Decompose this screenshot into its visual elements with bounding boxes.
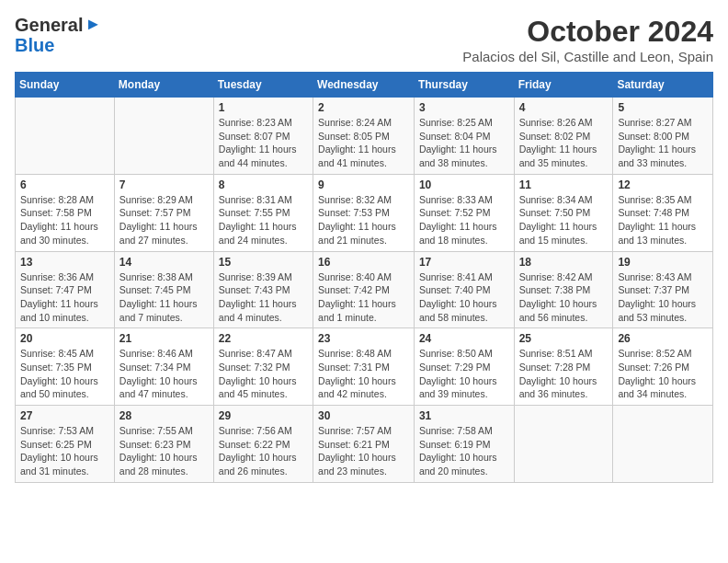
title-area: October 2024 Palacios del Sil, Castille … [462, 15, 713, 64]
day-info: Sunrise: 8:39 AM Sunset: 7:43 PM Dayligh… [219, 270, 308, 325]
calendar-cell: 18Sunrise: 8:42 AM Sunset: 7:38 PM Dayli… [514, 251, 613, 328]
page-header: General ► Blue October 2024 Palacios del… [15, 15, 713, 64]
calendar-cell: 25Sunrise: 8:51 AM Sunset: 7:28 PM Dayli… [514, 328, 613, 406]
calendar-cell: 8Sunrise: 8:31 AM Sunset: 7:55 PM Daylig… [213, 174, 313, 251]
calendar-cell: 10Sunrise: 8:33 AM Sunset: 7:52 PM Dayli… [414, 174, 514, 251]
calendar-week-row: 1Sunrise: 8:23 AM Sunset: 8:07 PM Daylig… [16, 98, 713, 175]
day-info: Sunrise: 8:48 AM Sunset: 7:31 PM Dayligh… [318, 347, 409, 401]
calendar-cell: 30Sunrise: 7:57 AM Sunset: 6:21 PM Dayli… [313, 406, 415, 483]
logo-general: General [15, 15, 83, 35]
day-info: Sunrise: 8:25 AM Sunset: 8:04 PM Dayligh… [419, 116, 509, 170]
day-info: Sunrise: 8:46 AM Sunset: 7:34 PM Dayligh… [119, 347, 209, 401]
calendar-cell: 6Sunrise: 8:28 AM Sunset: 7:58 PM Daylig… [16, 174, 115, 251]
calendar-cell: 19Sunrise: 8:43 AM Sunset: 7:37 PM Dayli… [613, 251, 713, 328]
day-number: 8 [219, 178, 308, 191]
day-info: Sunrise: 8:38 AM Sunset: 7:45 PM Dayligh… [119, 270, 209, 325]
day-number: 10 [419, 178, 509, 191]
calendar-cell: 14Sunrise: 8:38 AM Sunset: 7:45 PM Dayli… [114, 251, 213, 328]
day-number: 17 [419, 256, 509, 269]
day-info: Sunrise: 7:55 AM Sunset: 6:23 PM Dayligh… [119, 424, 209, 478]
day-info: Sunrise: 8:32 AM Sunset: 7:53 PM Dayligh… [318, 193, 409, 247]
day-number: 28 [119, 409, 209, 422]
day-number: 7 [119, 178, 209, 191]
day-info: Sunrise: 7:53 AM Sunset: 6:25 PM Dayligh… [20, 424, 109, 478]
col-header-tuesday: Tuesday [213, 73, 313, 98]
day-number: 5 [618, 101, 708, 114]
calendar-cell [16, 98, 115, 175]
calendar-cell: 16Sunrise: 8:40 AM Sunset: 7:42 PM Dayli… [313, 251, 415, 328]
calendar-week-row: 20Sunrise: 8:45 AM Sunset: 7:35 PM Dayli… [16, 328, 713, 406]
day-number: 21 [119, 332, 209, 345]
day-number: 18 [519, 256, 609, 269]
day-info: Sunrise: 8:27 AM Sunset: 8:00 PM Dayligh… [618, 116, 708, 170]
day-info: Sunrise: 8:28 AM Sunset: 7:58 PM Dayligh… [20, 193, 109, 247]
day-info: Sunrise: 8:51 AM Sunset: 7:28 PM Dayligh… [519, 347, 609, 401]
calendar-cell: 28Sunrise: 7:55 AM Sunset: 6:23 PM Dayli… [114, 406, 213, 483]
calendar-header-row: SundayMondayTuesdayWednesdayThursdayFrid… [16, 73, 713, 98]
day-number: 31 [419, 409, 509, 422]
day-info: Sunrise: 8:23 AM Sunset: 8:07 PM Dayligh… [219, 116, 308, 170]
day-info: Sunrise: 7:58 AM Sunset: 6:19 PM Dayligh… [419, 424, 509, 478]
day-info: Sunrise: 7:56 AM Sunset: 6:22 PM Dayligh… [219, 424, 308, 478]
calendar-cell: 24Sunrise: 8:50 AM Sunset: 7:29 PM Dayli… [414, 328, 514, 406]
calendar-cell: 20Sunrise: 8:45 AM Sunset: 7:35 PM Dayli… [16, 328, 115, 406]
calendar-cell: 4Sunrise: 8:26 AM Sunset: 8:02 PM Daylig… [514, 98, 613, 175]
day-info: Sunrise: 8:29 AM Sunset: 7:57 PM Dayligh… [119, 193, 209, 247]
day-number: 12 [618, 178, 708, 191]
day-info: Sunrise: 8:34 AM Sunset: 7:50 PM Dayligh… [519, 193, 609, 247]
calendar-cell: 1Sunrise: 8:23 AM Sunset: 8:07 PM Daylig… [213, 98, 313, 175]
day-info: Sunrise: 8:33 AM Sunset: 7:52 PM Dayligh… [419, 193, 509, 247]
day-info: Sunrise: 8:40 AM Sunset: 7:42 PM Dayligh… [318, 270, 409, 325]
calendar-cell: 13Sunrise: 8:36 AM Sunset: 7:47 PM Dayli… [16, 251, 115, 328]
calendar-cell: 27Sunrise: 7:53 AM Sunset: 6:25 PM Dayli… [16, 406, 115, 483]
day-number: 29 [219, 409, 308, 422]
day-number: 1 [219, 101, 308, 114]
col-header-wednesday: Wednesday [313, 73, 415, 98]
day-number: 22 [219, 332, 308, 345]
day-info: Sunrise: 7:57 AM Sunset: 6:21 PM Dayligh… [318, 424, 409, 478]
calendar-cell: 23Sunrise: 8:48 AM Sunset: 7:31 PM Dayli… [313, 328, 415, 406]
col-header-sunday: Sunday [16, 73, 115, 98]
day-info: Sunrise: 8:42 AM Sunset: 7:38 PM Dayligh… [519, 270, 609, 325]
day-number: 20 [20, 332, 109, 345]
day-number: 3 [419, 101, 509, 114]
day-number: 30 [318, 409, 409, 422]
day-number: 27 [20, 409, 109, 422]
calendar-cell: 15Sunrise: 8:39 AM Sunset: 7:43 PM Dayli… [213, 251, 313, 328]
calendar-cell [613, 406, 713, 483]
day-number: 25 [519, 332, 609, 345]
day-info: Sunrise: 8:31 AM Sunset: 7:55 PM Dayligh… [219, 193, 308, 247]
day-number: 13 [20, 256, 109, 269]
calendar-cell: 3Sunrise: 8:25 AM Sunset: 8:04 PM Daylig… [414, 98, 514, 175]
day-info: Sunrise: 8:41 AM Sunset: 7:40 PM Dayligh… [419, 270, 509, 325]
col-header-monday: Monday [114, 73, 213, 98]
day-info: Sunrise: 8:35 AM Sunset: 7:48 PM Dayligh… [618, 193, 708, 247]
day-number: 19 [618, 256, 708, 269]
col-header-friday: Friday [514, 73, 613, 98]
day-info: Sunrise: 8:24 AM Sunset: 8:05 PM Dayligh… [318, 116, 409, 170]
calendar-cell: 22Sunrise: 8:47 AM Sunset: 7:32 PM Dayli… [213, 328, 313, 406]
calendar-week-row: 6Sunrise: 8:28 AM Sunset: 7:58 PM Daylig… [16, 174, 713, 251]
calendar-table: SundayMondayTuesdayWednesdayThursdayFrid… [15, 72, 713, 483]
day-number: 23 [318, 332, 409, 345]
col-header-thursday: Thursday [414, 73, 514, 98]
day-info: Sunrise: 8:45 AM Sunset: 7:35 PM Dayligh… [20, 347, 109, 401]
calendar-week-row: 13Sunrise: 8:36 AM Sunset: 7:47 PM Dayli… [16, 251, 713, 328]
logo: General ► Blue [15, 15, 101, 55]
day-info: Sunrise: 8:43 AM Sunset: 7:37 PM Dayligh… [618, 270, 708, 325]
day-number: 9 [318, 178, 409, 191]
calendar-cell [514, 406, 613, 483]
logo-arrow-icon: ► [85, 16, 101, 34]
day-info: Sunrise: 8:36 AM Sunset: 7:47 PM Dayligh… [20, 270, 109, 325]
calendar-cell: 11Sunrise: 8:34 AM Sunset: 7:50 PM Dayli… [514, 174, 613, 251]
day-number: 26 [618, 332, 708, 345]
calendar-cell: 31Sunrise: 7:58 AM Sunset: 6:19 PM Dayli… [414, 406, 514, 483]
calendar-week-row: 27Sunrise: 7:53 AM Sunset: 6:25 PM Dayli… [16, 406, 713, 483]
calendar-cell: 21Sunrise: 8:46 AM Sunset: 7:34 PM Dayli… [114, 328, 213, 406]
calendar-cell: 5Sunrise: 8:27 AM Sunset: 8:00 PM Daylig… [613, 98, 713, 175]
day-number: 24 [419, 332, 509, 345]
calendar-cell: 12Sunrise: 8:35 AM Sunset: 7:48 PM Dayli… [613, 174, 713, 251]
calendar-cell: 7Sunrise: 8:29 AM Sunset: 7:57 PM Daylig… [114, 174, 213, 251]
day-number: 16 [318, 256, 409, 269]
day-number: 11 [519, 178, 609, 191]
